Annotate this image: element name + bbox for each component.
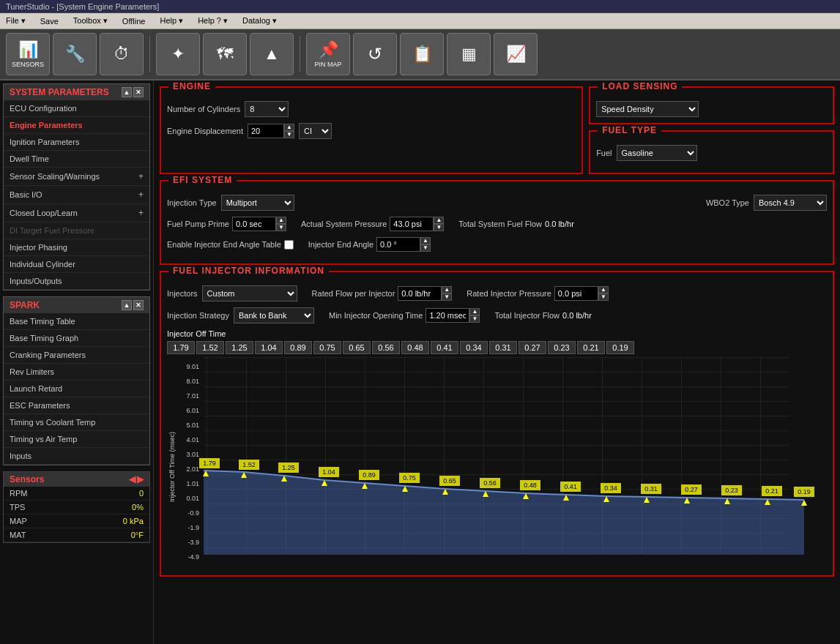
actual-pressure-up[interactable]: ▲ [434, 217, 444, 224]
injector-end-angle-input[interactable] [376, 237, 420, 252]
actual-pressure-input[interactable] [390, 217, 434, 231]
display-button[interactable]: ▦ [447, 33, 491, 75]
sidebar-item-timing-coolant[interactable]: Timing vs Coolant Temp [4, 414, 149, 431]
sidebar-item-ignition[interactable]: Ignition Parameters [4, 134, 149, 151]
wbo2-select[interactable]: Bosch 4.9 Innovate [754, 195, 827, 211]
menu-help2[interactable]: Help ? ▾ [195, 16, 231, 26]
fuel-pump-label: Fuel Pump Prime [167, 220, 229, 228]
svg-text:-3.9: -3.9 [187, 539, 199, 546]
pin-button[interactable]: 📌 PIN MAP [306, 33, 350, 75]
injector-table-cell-14[interactable]: 0.21 [577, 341, 605, 354]
sidebar-item-timing-graph[interactable]: Base Timing Graph [4, 330, 149, 347]
refresh-button[interactable]: ↺ [353, 33, 397, 75]
injector-table-cell-7[interactable]: 0.56 [372, 341, 400, 354]
injector-table-cell-3[interactable]: 1.04 [255, 341, 283, 354]
fuel-pump-input[interactable] [232, 217, 276, 231]
svg-text:4.01: 4.01 [186, 436, 199, 443]
displacement-up-btn[interactable]: ▲ [284, 124, 294, 131]
filter-button[interactable]: ▲ [250, 33, 294, 75]
spark-close-btn[interactable]: ✕ [133, 300, 144, 310]
injector-end-angle-checkbox[interactable] [284, 240, 294, 250]
menu-toolbox[interactable]: Toolbox ▾ [70, 16, 111, 26]
collapse-btn[interactable]: ▲ [122, 87, 132, 97]
injector-table-cell-0[interactable]: 1.79 [167, 341, 195, 354]
injection-type-select[interactable]: Multiport Throttle Body [221, 195, 294, 211]
val-label-14: 0.21 [765, 487, 778, 495]
sensors-button[interactable]: 📊 SENSORS [6, 33, 50, 75]
engine-title: ENGINE [168, 81, 215, 91]
sidebar-item-sensor-scaling[interactable]: Sensor Scaling/Warnings + [4, 168, 149, 186]
svg-text:0.01: 0.01 [186, 495, 199, 502]
displacement-down-btn[interactable]: ▼ [284, 131, 294, 138]
min-opening-up[interactable]: ▲ [469, 308, 480, 315]
displacement-unit-select[interactable]: CI CC [299, 123, 332, 139]
fuel-select[interactable]: Gasoline E85 [617, 145, 697, 161]
injector-table-cell-2[interactable]: 1.25 [226, 341, 253, 354]
injector-end-angle-down[interactable]: ▼ [420, 244, 431, 252]
load-sensing-select[interactable]: Speed Density Alpha-N [596, 101, 699, 117]
injector-end-angle-up[interactable]: ▲ [420, 237, 431, 244]
sensor-rpm-label: RPM [10, 489, 27, 498]
rated-pressure-up[interactable]: ▲ [598, 286, 609, 293]
spark-collapse-btn[interactable]: ▲ [122, 300, 132, 310]
menu-offline[interactable]: Offline [119, 17, 149, 26]
spark-button[interactable]: ✦ [156, 33, 200, 75]
sidebar-item-ecu-config[interactable]: ECU Configuration [4, 100, 149, 117]
sidebar-item-spark-inputs[interactable]: Inputs [4, 448, 149, 465]
sidebar-item-launch-retard[interactable]: Launch Retard [4, 381, 149, 397]
injector-table-cell-13[interactable]: 0.23 [548, 341, 576, 354]
tune-button[interactable]: 🔧 [53, 33, 97, 75]
sidebar-item-dwell[interactable]: Dwell Time [4, 151, 149, 168]
sidebar-item-injector-phasing[interactable]: Injector Phasing [4, 239, 149, 256]
menu-help[interactable]: Help ▾ [157, 16, 186, 26]
injector-table-cell-4[interactable]: 0.89 [284, 341, 312, 354]
sidebar-item-esc[interactable]: ESC Parameters [4, 397, 149, 414]
sidebar-item-timing-air[interactable]: Timing vs Air Temp [4, 431, 149, 448]
rated-flow-input[interactable] [398, 286, 442, 301]
gauge-button[interactable]: ⏱ [100, 33, 144, 75]
sidebar-item-individual-cylinder[interactable]: Individual Cylinder [4, 256, 149, 273]
map-button[interactable]: 🗺 [203, 33, 247, 75]
sidebar-item-rev-limiters[interactable]: Rev Limiters [4, 364, 149, 381]
menu-datalog[interactable]: Datalog ▾ [239, 16, 280, 26]
injector-table-cell-6[interactable]: 0.65 [343, 341, 371, 354]
rated-flow-up[interactable]: ▲ [442, 286, 452, 293]
fuel-pump-down[interactable]: ▼ [276, 224, 286, 231]
system-params-header[interactable]: SYSTEM PARAMETERS ▲ ✕ [4, 84, 149, 100]
main-layout: SYSTEM PARAMETERS ▲ ✕ ECU Configuration … [0, 80, 840, 644]
menu-file[interactable]: File ▾ [3, 16, 29, 26]
injector-table-cell-5[interactable]: 0.75 [313, 341, 341, 354]
rated-flow-down[interactable]: ▼ [442, 293, 452, 301]
sidebar-item-inputs-outputs[interactable]: Inputs/Outputs [4, 273, 149, 290]
injectors-select[interactable]: Custom Siemens [202, 285, 297, 302]
graph-button[interactable]: 📈 [494, 33, 538, 75]
injection-strategy-select[interactable]: Bank to Bank Sequential [234, 307, 314, 323]
engine-content: Number of Cylinders 8 4 6 Engine Displac… [167, 101, 576, 139]
injector-table-cell-10[interactable]: 0.34 [460, 341, 488, 354]
close-btn[interactable]: ✕ [133, 87, 144, 97]
min-opening-input[interactable] [425, 308, 469, 323]
injector-table-cell-9[interactable]: 0.41 [431, 341, 458, 354]
injector-table-cell-12[interactable]: 0.27 [519, 341, 546, 354]
injector-table-cell-8[interactable]: 0.48 [401, 341, 429, 354]
injector-table-cell-11[interactable]: 0.31 [489, 341, 517, 354]
injector-table-cell-1[interactable]: 1.52 [196, 341, 224, 354]
notes-button[interactable]: 📋 [400, 33, 444, 75]
sidebar-item-cranking[interactable]: Cranking Parameters [4, 347, 149, 364]
rated-pressure-down[interactable]: ▼ [598, 293, 609, 301]
injector-table-cell-15[interactable]: 0.19 [606, 341, 634, 354]
sidebar-item-engine-params[interactable]: Engine Parameters [4, 117, 149, 134]
sidebar-item-base-timing[interactable]: Base Timing Table [4, 313, 149, 330]
actual-pressure-down[interactable]: ▼ [434, 224, 444, 231]
fuel-pump-up[interactable]: ▲ [276, 217, 286, 224]
sidebar-item-basic-io[interactable]: Basic I/O + [4, 186, 149, 204]
sidebar-item-closed-loop[interactable]: Closed Loop/Learn + [4, 204, 149, 222]
min-opening-down[interactable]: ▼ [469, 315, 480, 323]
num-cylinders-select[interactable]: 8 4 6 [245, 101, 289, 117]
spark-header[interactable]: SPARK ▲ ✕ [4, 297, 149, 313]
sensors-prev-btn[interactable]: ◀ [129, 474, 135, 484]
menu-save[interactable]: Save [37, 17, 62, 26]
rated-pressure-input[interactable] [554, 286, 598, 301]
displacement-input[interactable] [248, 124, 284, 138]
sensors-next-btn[interactable]: ▶ [137, 474, 144, 484]
